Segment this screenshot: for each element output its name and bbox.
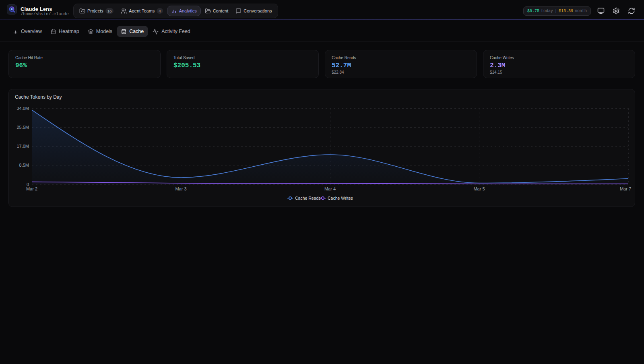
svg-text:Mar 7: Mar 7	[620, 186, 631, 191]
svg-text:25.5M: 25.5M	[17, 125, 29, 130]
svg-text:Mar 3: Mar 3	[175, 186, 186, 191]
svg-text:Cache Writes: Cache Writes	[328, 196, 353, 201]
svg-text:Mar 2: Mar 2	[26, 186, 37, 191]
svg-text:Mar 4: Mar 4	[324, 186, 336, 191]
svg-text:8.5M: 8.5M	[19, 163, 29, 168]
svg-text:Cache Reads: Cache Reads	[295, 196, 321, 201]
svg-text:Mar 5: Mar 5	[473, 186, 485, 191]
svg-text:17.0M: 17.0M	[17, 144, 29, 149]
svg-text:0: 0	[27, 182, 29, 187]
svg-text:34.0M: 34.0M	[17, 106, 29, 111]
